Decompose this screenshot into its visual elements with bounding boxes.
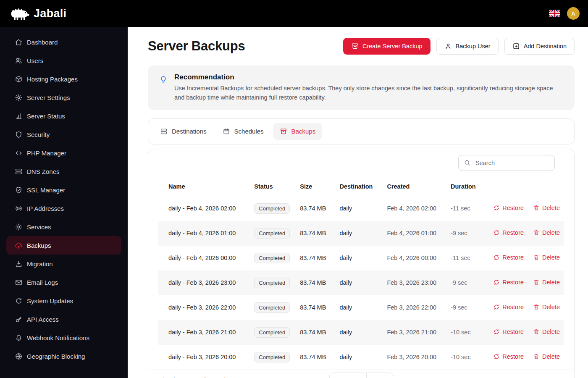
create-server-backup-button[interactable]: Create Server Backup xyxy=(343,38,430,55)
download-tray-icon xyxy=(15,260,23,268)
page-title: Server Backups xyxy=(148,39,245,54)
backup-size: 83.74 MB xyxy=(295,221,334,246)
code-icon xyxy=(15,149,23,157)
delete-button[interactable]: Delete xyxy=(533,205,560,211)
restore-button[interactable]: Restore xyxy=(493,205,524,211)
sidebar-item-ip-addresses[interactable]: IP Addresses xyxy=(6,199,121,218)
users-icon xyxy=(15,57,23,65)
sidebar-item-users[interactable]: Users xyxy=(6,51,121,70)
home-icon xyxy=(15,38,23,46)
backup-name: daily - Feb 3, 2026 21:00 xyxy=(158,320,249,345)
sidebar-item-email-logs[interactable]: Email Logs xyxy=(6,273,121,291)
package-icon xyxy=(15,75,23,83)
sidebar-item-label: Webhook Notifications xyxy=(27,334,89,341)
backups-table: NameStatusSizeDestinationCreatedDuration… xyxy=(158,177,564,370)
delete-button[interactable]: Delete xyxy=(533,353,560,360)
status-badge: Completed xyxy=(254,302,290,313)
restore-button[interactable]: Restore xyxy=(493,279,524,286)
backup-destination: daily xyxy=(334,246,382,270)
row-actions: Restore Delete xyxy=(488,246,564,270)
boar-logo-icon xyxy=(9,6,30,21)
sidebar-item-server-settings[interactable]: Server Settings xyxy=(6,88,121,107)
backup-created: Feb 4, 2026 02:00 xyxy=(382,196,446,221)
sidebar-item-api-access[interactable]: API Access xyxy=(6,310,121,328)
add-destination-button[interactable]: Add Destination xyxy=(504,38,575,55)
column-header-status: Status xyxy=(249,177,295,196)
tab-destinations[interactable]: Destinations xyxy=(153,123,213,140)
tab-schedules[interactable]: Schedules xyxy=(216,123,270,140)
sidebar-item-security[interactable]: Security xyxy=(6,125,121,144)
sidebar-item-geographic-blocking[interactable]: Geographic Blocking xyxy=(6,347,121,365)
recommendation-title: Recommendation xyxy=(174,73,554,81)
sidebar-item-label: API Access xyxy=(27,316,59,323)
sidebar-item-label: Migration xyxy=(27,260,53,268)
page-header: Server Backups Create Server Backup Back… xyxy=(148,38,575,55)
mail-icon xyxy=(15,278,23,286)
column-header-actions xyxy=(488,177,564,196)
button-label: Add Destination xyxy=(524,43,567,50)
chart-icon xyxy=(15,112,23,120)
sidebar-item-ssl-manager[interactable]: SSL Manager xyxy=(6,181,121,199)
table-head: NameStatusSizeDestinationCreatedDuration xyxy=(158,177,564,196)
sidebar-item-services[interactable]: Services xyxy=(6,218,121,236)
delete-button[interactable]: Delete xyxy=(533,254,560,261)
sidebar-item-hosting-packages[interactable]: Hosting Packages xyxy=(6,70,121,88)
column-header-duration: Duration xyxy=(446,177,488,196)
sidebar-item-label: Backups xyxy=(27,242,51,249)
sidebar-item-server-status[interactable]: Server Status xyxy=(6,107,121,125)
backup-name: daily - Feb 4, 2026 02:00 xyxy=(158,196,249,221)
backup-duration: -10 sec xyxy=(446,320,488,345)
column-header-size: Size xyxy=(295,177,334,196)
sidebar-item-backups[interactable]: Backups xyxy=(6,236,121,255)
sidebar-item-label: DNS Zones xyxy=(27,168,60,175)
tab-backups[interactable]: Backups xyxy=(273,123,323,140)
row-actions: Restore Delete xyxy=(488,221,564,246)
search-input[interactable] xyxy=(475,159,549,167)
user-avatar[interactable]: A xyxy=(567,7,580,20)
restore-button[interactable]: Restore xyxy=(493,254,524,261)
restore-icon xyxy=(493,328,500,335)
backup-user-button[interactable]: Backup User xyxy=(436,38,499,55)
table-row: daily - Feb 3, 2026 21:00 Completed 83.7… xyxy=(158,320,564,345)
server-icon xyxy=(15,168,23,176)
delete-button[interactable]: Delete xyxy=(533,328,560,335)
backup-duration: -9 sec xyxy=(446,295,488,320)
backup-created: Feb 3, 2026 22:00 xyxy=(382,295,446,320)
backup-size: 83.74 MB xyxy=(295,320,334,345)
sidebar-item-label: IP Addresses xyxy=(27,205,64,212)
archive-add-icon xyxy=(351,42,359,50)
sidebar-item-dashboard[interactable]: Dashboard xyxy=(6,33,121,51)
backup-size: 83.74 MB xyxy=(295,295,334,320)
sidebar-item-webhook-notifications[interactable]: Webhook Notifications xyxy=(6,328,121,347)
restore-button[interactable]: Restore xyxy=(493,304,524,310)
restore-button[interactable]: Restore xyxy=(493,328,524,335)
column-header-created: Created xyxy=(382,177,446,196)
backup-name: daily - Feb 4, 2026 00:00 xyxy=(158,246,249,270)
brand[interactable]: Jabali xyxy=(9,6,66,21)
recommendation-card: Recommendation Use Incremental Backups f… xyxy=(148,66,575,110)
sidebar-item-migration[interactable]: Migration xyxy=(6,255,121,273)
sidebar: Dashboard Users Hosting Packages Server … xyxy=(0,27,128,378)
results-summary: Showing 1 to 7 of 7 results xyxy=(158,377,230,378)
tab-label: Destinations xyxy=(172,128,207,135)
restore-button[interactable]: Restore xyxy=(493,353,524,360)
delete-button[interactable]: Delete xyxy=(533,304,560,310)
delete-button[interactable]: Delete xyxy=(533,229,560,236)
trash-icon xyxy=(533,205,540,211)
sidebar-item-system-updates[interactable]: System Updates xyxy=(6,291,121,310)
status-badge: Completed xyxy=(254,327,290,338)
table-wrap: NameStatusSizeDestinationCreatedDuration… xyxy=(148,177,574,370)
per-page-select[interactable]: 10 xyxy=(366,373,393,378)
uk-flag-icon[interactable] xyxy=(549,10,560,17)
sidebar-item-php-manager[interactable]: PHP Manager xyxy=(6,144,121,162)
sidebar-item-dns-zones[interactable]: DNS Zones xyxy=(6,162,121,181)
restore-button[interactable]: Restore xyxy=(493,229,524,236)
table-footer: Showing 1 to 7 of 7 results Per page 10 xyxy=(148,370,574,378)
trash-icon xyxy=(533,229,540,236)
lightbulb-icon xyxy=(159,74,168,84)
backup-name: daily - Feb 4, 2026 01:00 xyxy=(158,221,249,246)
trash-icon xyxy=(533,254,540,261)
delete-button[interactable]: Delete xyxy=(533,279,560,286)
column-header-name: Name xyxy=(158,177,249,196)
backup-created: Feb 4, 2026 00:00 xyxy=(382,246,446,270)
